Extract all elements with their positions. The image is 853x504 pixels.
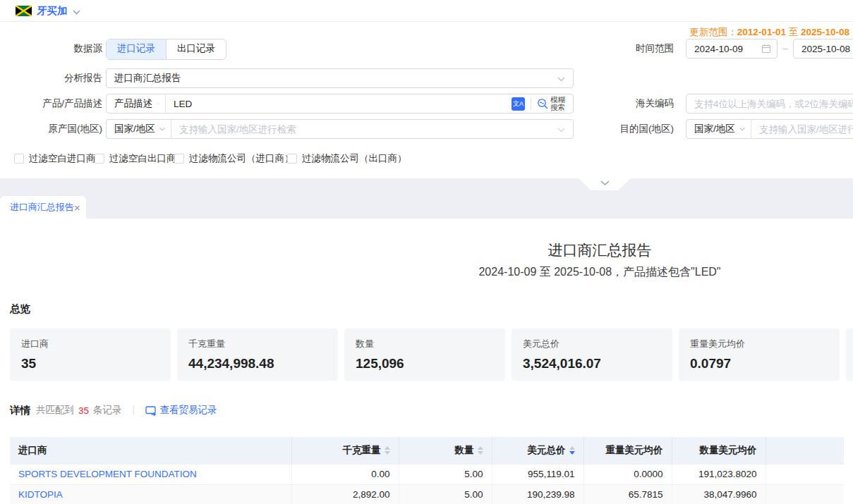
matched-prefix: 共匹配到 <box>36 404 74 417</box>
magnifier-icon <box>537 98 549 110</box>
cell-usd-per-quantity: 38,047.9960 <box>672 484 766 504</box>
calendar-icon[interactable] <box>761 44 771 54</box>
product-search-input[interactable] <box>166 99 512 109</box>
col-header-quantity[interactable]: 数量 <box>399 437 492 464</box>
origin-type-value: 国家/地区 <box>114 123 155 135</box>
overview-heading: 总览 <box>10 302 30 316</box>
cell-quantity: 5.00 <box>399 464 492 484</box>
date-start-field[interactable] <box>686 39 778 59</box>
view-trade-records-link[interactable]: 查看贸易记录 <box>145 404 217 417</box>
detail-heading: 详情 <box>10 404 30 417</box>
update-range-end: 2025-10-08 <box>801 27 849 37</box>
checkbox-filter-blank-exporter[interactable]: 过滤空白出口商 <box>95 153 176 164</box>
divider <box>531 98 531 109</box>
report-type-label: 分析报告 <box>32 68 102 88</box>
close-icon[interactable]: × <box>74 202 80 213</box>
stat-card-partial <box>846 328 853 381</box>
cell-usd-per-quantity: 191,023.8020 <box>672 464 766 484</box>
report-title: 进口商汇总报告 <box>548 242 652 258</box>
importer-link[interactable]: SPORTS DEVELOPMENT FOUNDATION <box>18 469 197 479</box>
app-window: 牙买加 更新范围：2012-01-01 至 2025-10-08 数据源 进口记… <box>0 0 853 504</box>
fuzzy-search-label: 模糊搜索 <box>550 96 567 111</box>
translate-icon[interactable]: 文A <box>512 97 525 111</box>
update-range-label: 更新范围： <box>689 27 737 37</box>
sort-icon-active-desc[interactable] <box>569 446 575 455</box>
report-subtitle-wrap: 2024-10-09 至 2025-10-08，产品描述包含"LED" <box>0 265 853 280</box>
stat-value: 3,524,016.07 <box>523 356 661 371</box>
importer-link[interactable]: KIDTOPIA <box>18 489 63 500</box>
table-row: SPORTS DEVELOPMENT FOUNDATION 0.00 5.00 … <box>10 464 844 484</box>
col-header-usd-total[interactable]: 美元总价 <box>492 437 583 464</box>
col-header-kg-weight[interactable]: 千克重量 <box>291 437 399 464</box>
tab-export-records[interactable]: 出口记录 <box>166 39 226 59</box>
matched-suffix: 条记录 <box>93 404 122 417</box>
col-label: 千克重量 <box>343 444 381 457</box>
destination-field: 国家/地区 <box>686 119 853 139</box>
chevron-down-icon <box>600 180 610 186</box>
country-selector-label[interactable]: 牙买加 <box>37 4 68 18</box>
date-end-input[interactable] <box>794 44 853 54</box>
cell-usd-total: 955,119.01 <box>492 464 583 484</box>
col-header-importer: 进口商 <box>10 437 291 464</box>
cell-usd-per-weight: 65.7815 <box>583 484 672 504</box>
trade-records-icon <box>145 405 157 416</box>
checkbox-filter-logistics-importer[interactable]: 过滤物流公司（进口商） <box>174 153 294 164</box>
product-label: 产品/产品描述 <box>13 94 102 113</box>
report-type-select[interactable]: 进口商汇总报告 <box>106 68 574 88</box>
stat-card-kg-weight: 千克重量 44,234,998.48 <box>177 328 338 381</box>
destination-search-input[interactable] <box>751 124 853 135</box>
tab-importer-summary-report[interactable]: 进口商汇总报告 × <box>0 196 86 219</box>
chevron-down-icon <box>557 124 565 135</box>
topbar: 牙买加 <box>0 0 853 22</box>
origin-type-select[interactable]: 国家/地区 <box>107 120 171 138</box>
date-end-field[interactable] <box>793 39 853 59</box>
stat-label: 美元总价 <box>523 338 661 350</box>
cell-quantity: 5.00 <box>399 484 492 504</box>
stat-card-importers: 进口商 35 <box>10 328 171 381</box>
origin-search-input[interactable] <box>171 124 557 135</box>
stat-value: 35 <box>21 356 159 371</box>
checkbox-label: 过滤物流公司（进口商） <box>189 152 294 165</box>
report-type-value: 进口商汇总报告 <box>107 72 181 85</box>
chevron-down-icon[interactable] <box>73 6 80 17</box>
checkbox-icon[interactable] <box>174 154 184 164</box>
time-range-label: 时间范围 <box>619 39 674 59</box>
importer-table: 进口商 千克重量 数量 美元总价 <box>10 437 844 504</box>
col-label: 美元总价 <box>528 444 566 457</box>
destination-type-select[interactable]: 国家/地区 <box>686 120 751 138</box>
stat-label: 重量美元均价 <box>690 338 828 350</box>
cell-usd-total: 190,239.98 <box>492 484 583 504</box>
sort-icon[interactable] <box>385 446 390 455</box>
stat-label: 千克重量 <box>188 338 327 350</box>
sort-icon[interactable] <box>478 446 483 455</box>
stat-value: 44,234,998.48 <box>188 356 327 371</box>
report-subtitle: 2024-10-09 至 2025-10-08，产品描述包含"LED" <box>478 266 720 278</box>
hs-code-field[interactable] <box>686 94 853 113</box>
update-range-to: 至 <box>789 27 799 37</box>
hs-code-label: 海关编码 <box>619 94 674 113</box>
stat-value: 125,096 <box>356 356 494 371</box>
checkbox-icon[interactable] <box>287 154 297 164</box>
destination-type-value: 国家/地区 <box>694 123 735 135</box>
product-type-select[interactable]: 产品描述 <box>107 94 166 113</box>
divider <box>133 405 134 415</box>
product-type-value: 产品描述 <box>114 97 152 110</box>
checkbox-icon[interactable] <box>14 154 24 164</box>
date-start-input[interactable] <box>686 44 761 54</box>
fuzzy-search-toggle[interactable]: 模糊搜索 <box>537 96 567 111</box>
checkbox-filter-logistics-exporter[interactable]: 过滤物流公司（出口商） <box>287 153 407 164</box>
origin-field: 国家/地区 <box>106 119 574 139</box>
product-field: 产品描述 文A 模糊搜索 <box>106 94 574 113</box>
update-range-start: 2012-01-01 <box>737 27 786 37</box>
overview-cards: 进口商 35 千克重量 44,234,998.48 数量 125,096 美元总… <box>10 328 853 381</box>
hs-code-input[interactable] <box>686 99 853 109</box>
view-trade-records-label: 查看贸易记录 <box>160 404 217 417</box>
checkbox-label: 过滤空白出口商 <box>109 152 176 165</box>
checkbox-label: 过滤空白进口商 <box>29 152 96 165</box>
checkbox-icon[interactable] <box>95 154 104 164</box>
tab-import-records[interactable]: 进口记录 <box>107 39 166 59</box>
table-row: KIDTOPIA 2,892.00 5.00 190,239.98 65.781… <box>10 484 844 504</box>
checkbox-filter-blank-importer[interactable]: 过滤空白进口商 <box>14 153 96 164</box>
checkbox-label: 过滤物流公司（出口商） <box>302 152 407 165</box>
stat-card-usd-total: 美元总价 3,524,016.07 <box>512 328 672 381</box>
